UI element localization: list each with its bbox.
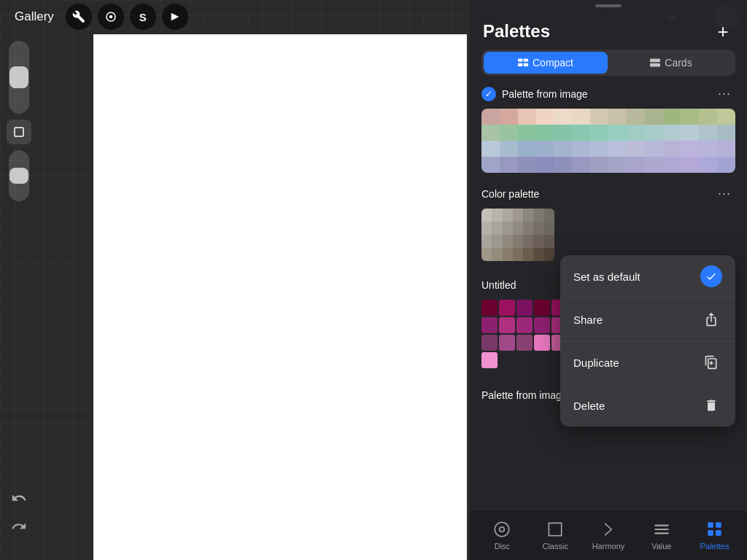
shape-button[interactable]	[7, 120, 31, 144]
set-as-default-item[interactable]: Set as default	[560, 255, 735, 298]
color-swatch[interactable]	[499, 335, 515, 351]
color-cell[interactable]	[492, 209, 502, 222]
color-swatch[interactable]	[516, 335, 533, 351]
color-cell[interactable]	[481, 235, 492, 248]
color-cell[interactable]	[717, 141, 735, 157]
nav-classic[interactable]: Classic	[529, 516, 582, 555]
color-cell[interactable]	[481, 141, 500, 157]
color-cell[interactable]	[699, 157, 717, 173]
tab-cards[interactable]: Cards	[609, 52, 733, 74]
color-cell[interactable]	[500, 157, 518, 173]
color-cell[interactable]	[544, 222, 554, 235]
color-swatch[interactable]	[534, 317, 550, 333]
color-cell[interactable]	[533, 209, 543, 222]
color-cell[interactable]	[572, 157, 590, 173]
color-cell[interactable]	[481, 125, 500, 141]
color-cell[interactable]	[717, 109, 735, 125]
color-cell[interactable]	[481, 209, 492, 222]
color-cell[interactable]	[523, 235, 533, 248]
color-cell[interactable]	[681, 109, 699, 125]
color-cell[interactable]	[513, 248, 523, 261]
color-cell[interactable]	[627, 157, 645, 173]
color-cell[interactable]	[699, 125, 717, 141]
color-cell[interactable]	[645, 141, 663, 157]
color-swatch[interactable]	[534, 335, 550, 351]
palette-from-image-more-btn[interactable]: ···	[713, 85, 735, 103]
color-cell[interactable]	[536, 109, 554, 125]
color-cell[interactable]	[717, 125, 735, 141]
color-cell[interactable]	[481, 222, 492, 235]
color-cell[interactable]	[503, 209, 513, 222]
color-cell[interactable]	[717, 157, 735, 173]
color-cell[interactable]	[492, 235, 502, 248]
color-palette-more-btn[interactable]: ···	[713, 184, 735, 203]
color-cell[interactable]	[645, 125, 663, 141]
color-cell[interactable]	[554, 157, 572, 173]
color-palette-preview[interactable]	[481, 209, 554, 261]
color-cell[interactable]	[627, 141, 645, 157]
color-cell[interactable]	[533, 235, 543, 248]
color-cell[interactable]	[523, 222, 533, 235]
color-cell[interactable]	[681, 125, 699, 141]
smudge-button[interactable]: S	[130, 4, 156, 30]
color-swatch[interactable]	[481, 317, 498, 333]
color-cell[interactable]	[481, 109, 500, 125]
color-cell[interactable]	[590, 109, 608, 125]
color-cell[interactable]	[523, 209, 533, 222]
color-cell[interactable]	[536, 157, 554, 173]
color-cell[interactable]	[572, 125, 590, 141]
color-cell[interactable]	[518, 141, 536, 157]
color-swatch[interactable]	[516, 300, 533, 316]
color-swatch[interactable]	[481, 352, 498, 368]
add-palette-button[interactable]: +	[712, 20, 734, 42]
color-swatch[interactable]	[481, 335, 498, 351]
nav-disc[interactable]: Disc	[476, 516, 529, 555]
color-cell[interactable]	[627, 125, 645, 141]
color-swatch-empty[interactable]	[499, 352, 515, 368]
color-cell[interactable]	[503, 235, 513, 248]
color-cell[interactable]	[554, 125, 572, 141]
cursor-button[interactable]	[98, 4, 124, 30]
color-cell[interactable]	[681, 141, 699, 157]
color-cell[interactable]	[518, 109, 536, 125]
share-item[interactable]: Share	[560, 298, 735, 341]
color-cell[interactable]	[645, 157, 663, 173]
color-swatch[interactable]	[534, 300, 550, 316]
color-swatch[interactable]	[499, 300, 515, 316]
color-cell[interactable]	[663, 157, 681, 173]
color-swatch-empty[interactable]	[516, 352, 533, 368]
color-cell[interactable]	[536, 125, 554, 141]
color-cell[interactable]	[481, 248, 492, 261]
color-cell[interactable]	[608, 109, 627, 125]
color-cell[interactable]	[492, 222, 502, 235]
transform-button[interactable]	[162, 4, 188, 30]
color-cell[interactable]	[513, 209, 523, 222]
color-cell[interactable]	[544, 209, 554, 222]
color-cell[interactable]	[699, 109, 717, 125]
color-cell[interactable]	[503, 222, 513, 235]
color-cell[interactable]	[554, 109, 572, 125]
color-cell[interactable]	[513, 235, 523, 248]
color-cell[interactable]	[533, 222, 543, 235]
color-cell[interactable]	[608, 125, 627, 141]
wrench-button[interactable]	[66, 4, 92, 30]
color-cell[interactable]	[572, 109, 590, 125]
nav-value[interactable]: Value	[635, 516, 688, 555]
color-cell[interactable]	[500, 125, 518, 141]
color-cell[interactable]	[699, 141, 717, 157]
color-cell[interactable]	[523, 248, 533, 261]
color-swatch[interactable]	[481, 300, 498, 316]
gallery-button[interactable]: Gallery	[9, 7, 60, 27]
size-slider[interactable]	[9, 150, 29, 201]
color-cell[interactable]	[481, 157, 500, 173]
tab-compact[interactable]: Compact	[484, 52, 608, 74]
color-cell[interactable]	[663, 109, 681, 125]
color-cell[interactable]	[533, 248, 543, 261]
color-cell[interactable]	[544, 235, 554, 248]
delete-item[interactable]: Delete	[560, 384, 735, 427]
duplicate-item[interactable]: Duplicate	[560, 341, 735, 384]
nav-palettes[interactable]: Palettes	[688, 516, 741, 555]
color-cell[interactable]	[663, 125, 681, 141]
color-cell[interactable]	[590, 125, 608, 141]
opacity-slider[interactable]	[9, 41, 29, 114]
